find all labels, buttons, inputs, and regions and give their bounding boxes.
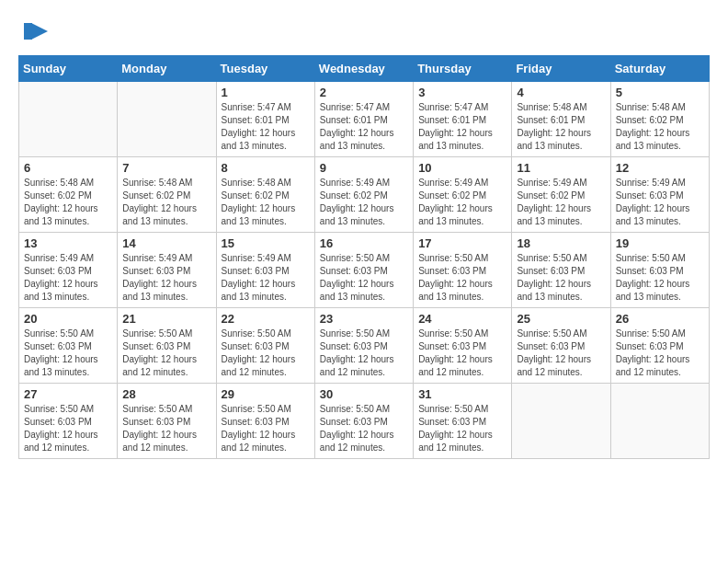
day-number: 8: [222, 161, 310, 175]
day-info: Sunrise: 5:50 AM Sunset: 6:03 PM Dayligh…: [517, 327, 605, 379]
day-number: 20: [24, 312, 112, 326]
day-number: 3: [418, 86, 506, 99]
day-info: Sunrise: 5:48 AM Sunset: 6:02 PM Dayligh…: [122, 177, 210, 228]
day-info: Sunrise: 5:50 AM Sunset: 6:03 PM Dayligh…: [24, 403, 112, 454]
day-number: 18: [517, 236, 605, 250]
day-info: Sunrise: 5:50 AM Sunset: 6:03 PM Dayligh…: [418, 403, 506, 454]
calendar-day-cell: 31Sunrise: 5:50 AM Sunset: 6:03 PM Dayli…: [414, 384, 512, 459]
day-info: Sunrise: 5:50 AM Sunset: 6:03 PM Dayligh…: [418, 327, 506, 379]
day-info: Sunrise: 5:47 AM Sunset: 6:01 PM Dayligh…: [222, 101, 310, 153]
day-number: 22: [222, 312, 310, 326]
weekday-header: Saturday: [610, 56, 709, 82]
calendar-day-cell: 6Sunrise: 5:48 AM Sunset: 6:02 PM Daylig…: [19, 157, 118, 233]
day-info: Sunrise: 5:49 AM Sunset: 6:02 PM Dayligh…: [517, 177, 605, 228]
day-info: Sunrise: 5:47 AM Sunset: 6:01 PM Dayligh…: [320, 101, 408, 153]
day-number: 12: [616, 161, 704, 175]
day-number: 10: [418, 161, 506, 175]
calendar-day-cell: 3Sunrise: 5:47 AM Sunset: 6:01 PM Daylig…: [414, 82, 512, 157]
calendar-day-cell: 11Sunrise: 5:49 AM Sunset: 6:02 PM Dayli…: [512, 157, 610, 233]
day-info: Sunrise: 5:50 AM Sunset: 6:03 PM Dayligh…: [616, 252, 704, 304]
weekday-row: SundayMondayTuesdayWednesdayThursdayFrid…: [19, 56, 710, 82]
day-number: 27: [24, 387, 112, 401]
day-info: Sunrise: 5:48 AM Sunset: 6:02 PM Dayligh…: [24, 177, 112, 228]
svg-marker-0: [31, 23, 48, 40]
calendar-header: SundayMondayTuesdayWednesdayThursdayFrid…: [19, 56, 710, 82]
day-number: 30: [320, 387, 408, 401]
calendar-day-cell: 13Sunrise: 5:49 AM Sunset: 6:03 PM Dayli…: [19, 233, 118, 308]
weekday-header: Thursday: [414, 56, 512, 82]
calendar-day-cell: 9Sunrise: 5:49 AM Sunset: 6:02 PM Daylig…: [314, 157, 413, 233]
day-number: 11: [517, 161, 605, 175]
calendar-day-cell: 12Sunrise: 5:49 AM Sunset: 6:03 PM Dayli…: [610, 157, 709, 233]
day-number: 14: [122, 236, 210, 250]
calendar-day-cell: 8Sunrise: 5:48 AM Sunset: 6:02 PM Daylig…: [216, 157, 314, 233]
weekday-header: Friday: [512, 56, 610, 82]
day-number: 6: [24, 161, 112, 175]
weekday-header: Wednesday: [314, 56, 413, 82]
day-number: 23: [320, 312, 408, 326]
weekday-header: Monday: [118, 56, 216, 82]
calendar-day-cell: [118, 82, 216, 157]
calendar-week-row: 27Sunrise: 5:50 AM Sunset: 6:03 PM Dayli…: [19, 384, 710, 459]
calendar-day-cell: 25Sunrise: 5:50 AM Sunset: 6:03 PM Dayli…: [512, 308, 610, 384]
calendar-body: 1Sunrise: 5:47 AM Sunset: 6:01 PM Daylig…: [19, 82, 710, 459]
day-number: 25: [517, 312, 605, 326]
calendar-day-cell: 29Sunrise: 5:50 AM Sunset: 6:03 PM Dayli…: [216, 384, 314, 459]
day-info: Sunrise: 5:49 AM Sunset: 6:03 PM Dayligh…: [122, 252, 210, 304]
day-number: 21: [122, 312, 210, 326]
day-info: Sunrise: 5:49 AM Sunset: 6:03 PM Dayligh…: [222, 252, 310, 304]
logo-icon: [22, 18, 50, 46]
day-number: 16: [320, 236, 408, 250]
day-number: 4: [517, 86, 605, 99]
calendar-table: SundayMondayTuesdayWednesdayThursdayFrid…: [18, 55, 710, 459]
day-number: 9: [320, 161, 408, 175]
day-info: Sunrise: 5:50 AM Sunset: 6:03 PM Dayligh…: [418, 252, 506, 304]
calendar-day-cell: 18Sunrise: 5:50 AM Sunset: 6:03 PM Dayli…: [512, 233, 610, 308]
calendar-day-cell: 16Sunrise: 5:50 AM Sunset: 6:03 PM Dayli…: [314, 233, 413, 308]
day-info: Sunrise: 5:49 AM Sunset: 6:03 PM Dayligh…: [24, 252, 112, 304]
calendar-week-row: 1Sunrise: 5:47 AM Sunset: 6:01 PM Daylig…: [19, 82, 710, 157]
calendar-day-cell: 7Sunrise: 5:48 AM Sunset: 6:02 PM Daylig…: [118, 157, 216, 233]
calendar-day-cell: 28Sunrise: 5:50 AM Sunset: 6:03 PM Dayli…: [118, 384, 216, 459]
weekday-header: Sunday: [19, 56, 118, 82]
day-info: Sunrise: 5:50 AM Sunset: 6:03 PM Dayligh…: [320, 327, 408, 379]
calendar-day-cell: 26Sunrise: 5:50 AM Sunset: 6:03 PM Dayli…: [610, 308, 709, 384]
day-info: Sunrise: 5:50 AM Sunset: 6:03 PM Dayligh…: [517, 252, 605, 304]
day-info: Sunrise: 5:50 AM Sunset: 6:03 PM Dayligh…: [122, 327, 210, 379]
calendar-day-cell: 30Sunrise: 5:50 AM Sunset: 6:03 PM Dayli…: [314, 384, 413, 459]
svg-rect-1: [24, 23, 32, 40]
calendar-day-cell: 4Sunrise: 5:48 AM Sunset: 6:01 PM Daylig…: [512, 82, 610, 157]
day-info: Sunrise: 5:47 AM Sunset: 6:01 PM Dayligh…: [418, 101, 506, 153]
calendar-day-cell: 10Sunrise: 5:49 AM Sunset: 6:02 PM Dayli…: [414, 157, 512, 233]
day-info: Sunrise: 5:50 AM Sunset: 6:03 PM Dayligh…: [320, 252, 408, 304]
day-info: Sunrise: 5:48 AM Sunset: 6:01 PM Dayligh…: [517, 101, 605, 153]
day-number: 5: [616, 86, 704, 99]
day-info: Sunrise: 5:49 AM Sunset: 6:02 PM Dayligh…: [418, 177, 506, 228]
calendar-day-cell: 17Sunrise: 5:50 AM Sunset: 6:03 PM Dayli…: [414, 233, 512, 308]
day-info: Sunrise: 5:48 AM Sunset: 6:02 PM Dayligh…: [222, 177, 310, 228]
day-number: 26: [616, 312, 704, 326]
calendar-day-cell: 22Sunrise: 5:50 AM Sunset: 6:03 PM Dayli…: [216, 308, 314, 384]
calendar-day-cell: [19, 82, 118, 157]
page-header: [18, 18, 710, 46]
calendar-day-cell: 2Sunrise: 5:47 AM Sunset: 6:01 PM Daylig…: [314, 82, 413, 157]
day-number: 19: [616, 236, 704, 250]
calendar-day-cell: 5Sunrise: 5:48 AM Sunset: 6:02 PM Daylig…: [610, 82, 709, 157]
calendar-day-cell: 24Sunrise: 5:50 AM Sunset: 6:03 PM Dayli…: [414, 308, 512, 384]
calendar-day-cell: 23Sunrise: 5:50 AM Sunset: 6:03 PM Dayli…: [314, 308, 413, 384]
day-info: Sunrise: 5:50 AM Sunset: 6:03 PM Dayligh…: [616, 327, 704, 379]
calendar-week-row: 20Sunrise: 5:50 AM Sunset: 6:03 PM Dayli…: [19, 308, 710, 384]
day-info: Sunrise: 5:50 AM Sunset: 6:03 PM Dayligh…: [24, 327, 112, 379]
calendar-day-cell: 15Sunrise: 5:49 AM Sunset: 6:03 PM Dayli…: [216, 233, 314, 308]
calendar-day-cell: 27Sunrise: 5:50 AM Sunset: 6:03 PM Dayli…: [19, 384, 118, 459]
day-number: 24: [418, 312, 506, 326]
day-info: Sunrise: 5:49 AM Sunset: 6:03 PM Dayligh…: [616, 177, 704, 228]
calendar-day-cell: 1Sunrise: 5:47 AM Sunset: 6:01 PM Daylig…: [216, 82, 314, 157]
day-info: Sunrise: 5:50 AM Sunset: 6:03 PM Dayligh…: [320, 403, 408, 454]
calendar-week-row: 13Sunrise: 5:49 AM Sunset: 6:03 PM Dayli…: [19, 233, 710, 308]
day-number: 1: [222, 86, 310, 99]
calendar-day-cell: [512, 384, 610, 459]
day-info: Sunrise: 5:48 AM Sunset: 6:02 PM Dayligh…: [616, 101, 704, 153]
calendar-day-cell: 21Sunrise: 5:50 AM Sunset: 6:03 PM Dayli…: [118, 308, 216, 384]
day-number: 2: [320, 86, 408, 99]
